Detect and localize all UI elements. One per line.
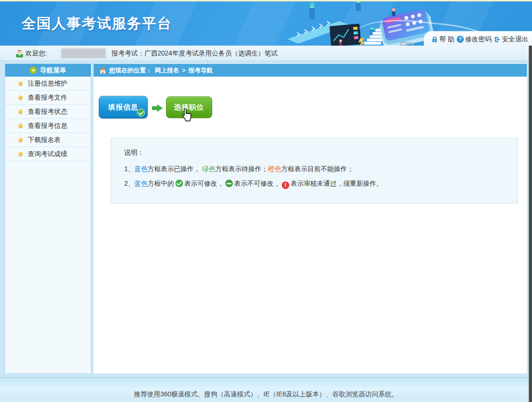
main-panel: 您现在的位置： 网上报名 > 报考导航 填报信息 选择职位 说明： 1、蓝色方框… <box>93 63 527 374</box>
sidebar-item-view-documents[interactable]: 查看报考文件 <box>5 91 91 105</box>
sidebar-item-view-info[interactable]: 查看报考信息 <box>5 119 91 133</box>
blue-word: 蓝色 <box>135 165 148 173</box>
line1-seg1: 方框表示已操作， <box>148 165 202 173</box>
sidebar-title: 导航菜单 <box>40 66 66 75</box>
sidebar-item-label: 查看报考文件 <box>28 94 67 102</box>
instructions-title: 说明： <box>124 148 508 157</box>
modifiable-check-icon <box>175 180 183 187</box>
sidebar-item-label: 下载报名表 <box>28 136 61 144</box>
logout-icon <box>494 36 500 43</box>
change-password-link[interactable]: 修改密码 <box>457 35 492 44</box>
breadcrumb-current: 报考导航 <box>189 66 213 75</box>
application-flow: 填报信息 选择职位 <box>99 96 212 118</box>
green-word: 绿色 <box>202 165 215 173</box>
line2-seg2: 表示可修改， <box>184 180 224 187</box>
bullet-icon <box>18 81 23 86</box>
welcome-bar: 欢迎您: 报考考试：广西2024年度考试录用公务员（选调生）笔试 <box>0 46 532 61</box>
sidebar-item-download-form[interactable]: 下载报名表 <box>5 133 91 147</box>
welcome-greeting: 欢迎您: <box>25 49 47 58</box>
collapse-circle-icon <box>30 67 37 74</box>
bullet-icon <box>18 138 23 142</box>
line1-seg3: 方框表示目前不能操作； <box>281 165 354 173</box>
sidebar-item-label: 查询考试成绩 <box>28 150 67 158</box>
bullet-icon <box>18 124 23 128</box>
fill-info-button[interactable]: 填报信息 <box>99 96 148 118</box>
instructions-line-2: 2、蓝色方框中的表示可修改，表示不可修改，表示审核未通过，须重新操作。 <box>124 179 508 189</box>
scrollbar-track[interactable] <box>529 46 532 402</box>
check-badge-icon <box>137 109 145 117</box>
line1-seg2: 方框表示待操作； <box>215 165 268 173</box>
sidebar-item-query-score[interactable]: 查询考试成绩 <box>5 147 91 161</box>
fill-info-label: 填报信息 <box>108 103 138 112</box>
quick-links-tab: 帮 助 修改密码 安全退出 <box>424 32 532 46</box>
instructions-line-1: 1、蓝色方框表示已操作， 绿色方框表示待操作；橙色方框表示目前不能操作； <box>124 164 508 173</box>
exam-name-label: 报考考试：广西2024年度考试录用公务员（选调生）笔试 <box>111 49 278 58</box>
sidebar-item-label: 注册信息维护 <box>28 79 67 88</box>
breadcrumb-prefix: 您现在的位置： <box>109 66 152 75</box>
user-avatar-icon <box>16 49 24 57</box>
page-footer: 推荐使用360极速模式、搜狗（高速模式）、IE（IE8及以上版本）、谷歌浏览器访… <box>0 377 532 402</box>
lock-icon <box>431 36 438 43</box>
username-redacted <box>61 48 106 58</box>
sidebar-item-label: 查看报考信息 <box>28 122 67 130</box>
page: 全国人事考试服务平台 <box>0 0 532 402</box>
breadcrumb: 您现在的位置： 网上报名 > 报考导航 <box>94 64 527 77</box>
not-modifiable-minus-icon <box>225 180 233 187</box>
logout-label: 安全退出 <box>502 35 528 44</box>
bullet-icon <box>18 152 23 156</box>
sidebar-item-label: 查看报考状态 <box>28 108 67 116</box>
sidebar-item-register-info[interactable]: 注册信息维护 <box>5 77 91 91</box>
footer-text: 推荐使用360极速模式、搜狗（高速模式）、IE（IE8及以上版本）、谷歌浏览器访… <box>134 390 398 398</box>
sidebar-menu: 注册信息维护 查看报考文件 查看报考状态 查看报考信息 下载报名表 查询考试成绩 <box>5 77 91 161</box>
orange-word: 橙色 <box>268 165 281 173</box>
instructions-box: 说明： 1、蓝色方框表示已操作， 绿色方框表示待操作；橙色方框表示目前不能操作；… <box>111 138 518 204</box>
audit-failed-alert-icon <box>282 181 289 189</box>
page-title: 全国人事考试服务平台 <box>22 14 172 33</box>
line2-seg3: 表示不可修改， <box>234 180 280 187</box>
breadcrumb-separator: > <box>182 67 186 74</box>
bullet-icon <box>18 95 23 100</box>
bullet-icon <box>18 110 23 114</box>
question-icon <box>457 36 464 43</box>
change-password-label: 修改密码 <box>465 35 492 44</box>
line1-num: 1、 <box>124 165 135 173</box>
hand-cursor-icon <box>181 108 193 123</box>
select-position-button[interactable]: 选择职位 <box>166 96 212 118</box>
line2-seg1: 方框中的 <box>148 180 174 187</box>
sidebar-nav-header[interactable]: 导航菜单 <box>5 64 91 77</box>
blue-word: 蓝色 <box>135 180 148 187</box>
home-icon <box>99 67 106 74</box>
help-link[interactable]: 帮 助 <box>431 35 454 44</box>
site-header: 全国人事考试服务平台 <box>0 1 532 46</box>
sidebar-item-view-status[interactable]: 查看报考状态 <box>5 105 91 119</box>
breadcrumb-parent[interactable]: 网上报名 <box>155 66 179 75</box>
arrow-right-icon <box>152 104 163 112</box>
line2-seg4: 表示审核未通过，须重新操作。 <box>291 180 383 187</box>
logout-link[interactable]: 安全退出 <box>494 35 528 44</box>
sidebar: 导航菜单 注册信息维护 查看报考文件 查看报考状态 查看报考信息 下载报名表 <box>5 63 91 374</box>
line2-num: 2、 <box>124 180 135 187</box>
help-label: 帮 助 <box>439 35 454 44</box>
